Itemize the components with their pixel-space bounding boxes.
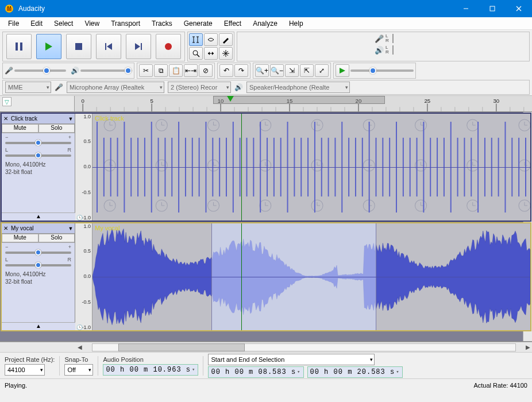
track-collapse-button[interactable]: ▲ <box>2 212 75 221</box>
waveform-display[interactable]: Click track <box>92 114 530 221</box>
timeline-ruler[interactable]: ▽ 051015202530 <box>0 96 532 112</box>
waveform-display[interactable]: My vocal <box>92 223 530 330</box>
menu-view[interactable]: View <box>79 18 105 29</box>
trim-button[interactable]: ⇤⇥ <box>184 64 198 77</box>
playback-meter[interactable]: -57-54-51-48-45-42-39-36-33-30-27-24-21-… <box>392 45 394 55</box>
mic-meter-icon[interactable]: 🎤 <box>373 34 385 43</box>
timeshift-tool[interactable] <box>204 47 218 60</box>
pinned-play-toggle[interactable]: ▽ <box>2 97 11 106</box>
horizontal-scrollbar[interactable]: ◀ ▶ <box>0 342 532 352</box>
menubar: File Edit Select View Transport Tracks G… <box>0 17 532 30</box>
project-rate-label: Project Rate (Hz): <box>5 356 55 363</box>
skip-end-button[interactable] <box>126 34 151 59</box>
track-close-button[interactable]: ✕ <box>2 225 10 231</box>
paste-button[interactable]: 📋 <box>169 64 183 77</box>
audio-host-select[interactable]: MME <box>5 82 51 93</box>
maximize-button[interactable] <box>479 0 506 17</box>
play-volume-slider[interactable] <box>80 69 132 72</box>
solo-button[interactable]: Solo <box>38 234 75 242</box>
silence-button[interactable]: ⊘ <box>199 64 213 77</box>
selection-start-field[interactable]: 00 h 00 m 08.583 s <box>208 366 303 378</box>
play-region[interactable] <box>213 96 385 104</box>
menu-tracks[interactable]: Tracks <box>146 18 178 29</box>
rec-lr-label: LR <box>385 34 392 43</box>
clock-icon: 🕓 <box>76 324 91 330</box>
fit-selection-button[interactable]: ⇲ <box>285 64 299 77</box>
selection-end-field[interactable]: 00 h 00 m 20.583 s <box>307 366 403 378</box>
track-menu-button[interactable]: ▼ <box>67 116 75 122</box>
selection-tool[interactable] <box>189 33 203 46</box>
fit-project-button[interactable]: ⇱ <box>300 64 314 77</box>
menu-effect[interactable]: Effect <box>218 18 247 29</box>
vertical-scale[interactable]: 1.0 0.5 0.0 -0.5 -1.0 🕓 <box>75 223 92 330</box>
snap-to-select[interactable]: Off <box>64 364 93 376</box>
pan-l-label: L <box>5 257 8 262</box>
menu-select[interactable]: Select <box>48 18 79 29</box>
menu-transport[interactable]: Transport <box>105 18 146 29</box>
svg-rect-15 <box>141 43 142 50</box>
draw-tool[interactable] <box>219 33 233 46</box>
svg-rect-11 <box>75 43 82 50</box>
gain-slider[interactable]: −+ <box>2 243 75 254</box>
stop-button[interactable] <box>66 34 91 59</box>
record-button[interactable] <box>156 34 181 59</box>
playhead-marker <box>227 96 234 102</box>
track-row: ✕ Click track ▼ Mute Solo −+ LR Mono, 44… <box>1 113 531 222</box>
svg-point-16 <box>165 43 172 50</box>
undo-button[interactable]: ↶ <box>219 64 233 77</box>
speaker-meter-icon[interactable]: 🔊 <box>373 46 385 55</box>
gain-slider[interactable]: −+ <box>2 133 75 144</box>
zoom-toolbar: 🔍+ 🔍− ⇲ ⇱ ⤢ <box>253 63 331 79</box>
multi-tool[interactable] <box>219 47 233 60</box>
selection-mode-select[interactable]: Start and End of Selection <box>208 354 375 365</box>
svg-point-2 <box>7 6 9 7</box>
audio-position-field[interactable]: 00 h 00 m 10.963 s <box>103 364 198 376</box>
track-name[interactable]: Click track <box>10 115 67 122</box>
menu-generate[interactable]: Generate <box>178 18 218 29</box>
zoom-in-button[interactable]: 🔍+ <box>255 64 269 77</box>
solo-button[interactable]: Solo <box>38 124 75 133</box>
copy-button[interactable]: ⧉ <box>154 64 168 77</box>
minimize-button[interactable] <box>453 0 479 17</box>
track-close-button[interactable]: ✕ <box>2 115 10 122</box>
mute-button[interactable]: Mute <box>2 124 38 133</box>
envelope-tool[interactable] <box>204 33 218 46</box>
pan-slider[interactable]: LR <box>2 256 75 266</box>
edit-toolbar: ✂ ⧉ 📋 ⇤⇥ ⊘ <box>137 63 215 79</box>
input-device-select[interactable]: Microphone Array (Realtek <box>67 82 164 93</box>
play-speed-slider[interactable] <box>350 69 414 72</box>
cut-button[interactable]: ✂ <box>139 64 153 77</box>
tracks-area: ▲ ✕ Click track ▼ Mute Solo −+ LR Mono, <box>0 112 532 342</box>
zoom-tool[interactable] <box>189 47 203 60</box>
zoom-out-button[interactable]: 🔍− <box>270 64 284 77</box>
pause-button[interactable] <box>6 34 32 59</box>
menu-edit[interactable]: Edit <box>25 18 48 29</box>
input-channels-select[interactable]: 2 (Stereo) Recor <box>168 82 231 93</box>
output-device-select[interactable]: Speaker/Headphone (Realte <box>246 82 350 93</box>
track-format-line2: 32-bit float <box>5 168 71 176</box>
menu-analyze[interactable]: Analyze <box>247 18 283 29</box>
tools-toolbar <box>187 32 234 61</box>
vertical-scale[interactable]: 1.0 0.5 0.0 -0.5 -1.0 🕓 <box>75 114 92 221</box>
close-button[interactable] <box>506 0 532 17</box>
play-at-speed-button[interactable] <box>336 64 349 77</box>
mute-button[interactable]: Mute <box>2 234 38 242</box>
svg-rect-1 <box>7 7 11 11</box>
menu-file[interactable]: File <box>2 18 25 29</box>
project-rate-select[interactable]: 44100 <box>5 364 45 376</box>
gain-minus-label: − <box>5 134 8 140</box>
track-name[interactable]: My vocal <box>10 225 67 231</box>
skip-start-button[interactable] <box>96 34 121 59</box>
track-collapse-button[interactable]: ▲ <box>2 322 75 330</box>
pan-slider[interactable]: LR <box>2 146 75 157</box>
zoom-toggle-button[interactable]: ⤢ <box>315 64 329 77</box>
toolbar-area: 🎤 LR -57-54-51-48-45-42-39-36-33-30-27-2… <box>0 30 532 96</box>
svg-rect-12 <box>105 43 106 50</box>
redo-button[interactable]: ↷ <box>234 64 248 77</box>
play-button[interactable] <box>36 34 61 59</box>
rec-volume-slider[interactable] <box>14 69 66 72</box>
gain-minus-label: − <box>5 244 8 250</box>
record-meter[interactable]: -57-54-51-48-45-42-39-36-33-30-27-24-21-… <box>392 34 394 43</box>
menu-help[interactable]: Help <box>283 18 309 29</box>
track-menu-button[interactable]: ▼ <box>67 226 75 231</box>
